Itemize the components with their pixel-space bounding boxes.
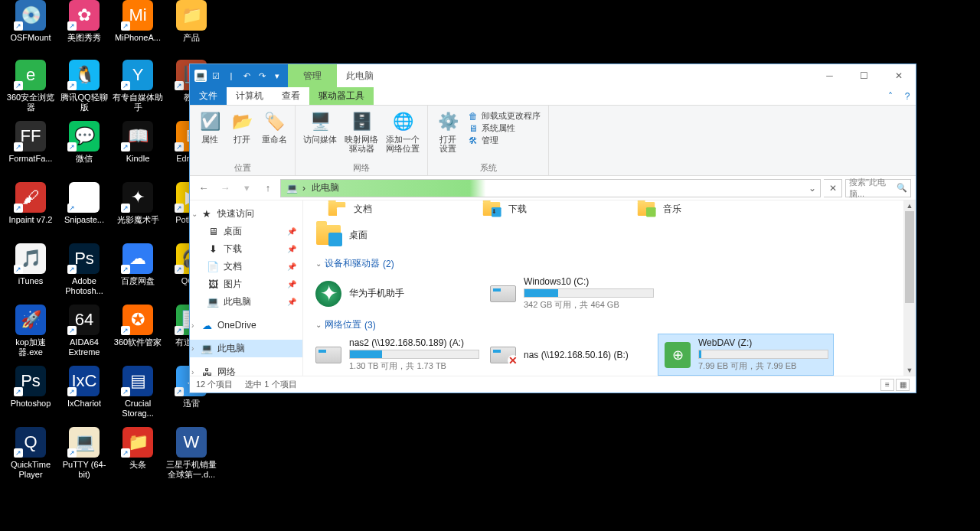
close-button[interactable]: ✕: [881, 64, 916, 87]
nav-back-button[interactable]: ←: [194, 179, 213, 197]
window-title: 此电脑: [337, 64, 812, 87]
minimize-button[interactable]: ─: [812, 64, 847, 87]
refresh-button[interactable]: ✕: [824, 179, 842, 197]
qat-customize-icon[interactable]: ▾: [271, 70, 283, 82]
view-tiles-button[interactable]: ▦: [896, 379, 910, 391]
ribbon-open-button[interactable]: 📂打开: [227, 109, 257, 161]
maximize-button[interactable]: ☐: [847, 64, 881, 87]
desktop-icon[interactable]: Q↗QuickTime Player: [5, 427, 57, 480]
ribbon-add-location-button[interactable]: 🌐添加一个 网络位置: [383, 109, 423, 161]
desktop-icon[interactable]: ☁↗百度网盘: [112, 243, 164, 286]
ribbon-sysprops-button[interactable]: 🖥系统属性: [468, 122, 541, 134]
help-icon[interactable]: ?: [899, 87, 916, 105]
desktop-icon[interactable]: 🖌↗Inpaint v7.2: [5, 182, 57, 225]
drive-sub: 1.30 TB 可用，共 1.73 TB: [349, 360, 479, 372]
desktop-icon[interactable]: 💻↗PuTTY (64-bit): [58, 427, 110, 480]
nav-item[interactable]: 🖥桌面📌: [190, 223, 302, 240]
ribbon-map-drive-button[interactable]: 🗄️映射网络 驱动器: [341, 109, 381, 161]
tab-view[interactable]: 查看: [273, 87, 309, 105]
qat-redo-icon[interactable]: ↷: [256, 70, 268, 82]
system-menu-icon[interactable]: 💻: [194, 70, 207, 82]
scrollbar[interactable]: ▲ ▼: [903, 200, 916, 376]
desktop-icon[interactable]: 📖↗Kindle: [112, 121, 164, 164]
desktop-icon[interactable]: 💬↗微信: [58, 121, 110, 164]
desktop-icon[interactable]: Y↗有专自媒体助手: [112, 60, 164, 112]
drive-tile[interactable]: nas2 (\\192.168.50.189) (A:)1.30 TB 可用，共…: [309, 334, 484, 375]
drive-tile[interactable]: Windows10 (C:)342 GB 可用，共 464 GB: [484, 273, 658, 314]
breadcrumb-thispc[interactable]: 此电脑: [309, 181, 342, 194]
nav-item[interactable]: 📄文档📌: [190, 258, 302, 275]
scroll-up-icon[interactable]: ▲: [903, 200, 916, 211]
nav-recent-dropdown[interactable]: ▾: [237, 179, 256, 197]
nav-up-button[interactable]: ↑: [259, 179, 277, 197]
tab-file[interactable]: 文件: [190, 87, 227, 105]
desktop-icon[interactable]: 🐧↗腾讯QQ轻聊版: [58, 60, 110, 112]
content-pane[interactable]: 文档 ⬇下载 音乐 桌面 ⌄设备和驱动器 (2) ✦华为手机助手Windows1…: [303, 200, 916, 376]
tab-computer[interactable]: 计算机: [227, 87, 273, 105]
ribbon-manage-button[interactable]: 🛠管理: [468, 135, 541, 146]
desktop-icon[interactable]: Mi↗MiPhoneA...: [112, 0, 164, 43]
drive-tile[interactable]: ⊕WebDAV (Z:)7.99 EB 可用，共 7.99 EB: [658, 334, 833, 375]
search-box[interactable]: 搜索"此电脑... 🔍: [845, 179, 911, 197]
desktop-icon-label: 产品: [165, 33, 217, 43]
desktop-icon[interactable]: ▤↗Crucial Storag...: [112, 366, 164, 419]
section-devices[interactable]: ⌄设备和驱动器 (2): [309, 252, 910, 273]
shortcut-arrow-icon: ↗: [121, 387, 130, 396]
nav-this-pc[interactable]: ›💻此电脑: [190, 340, 302, 357]
ribbon-open-settings-button[interactable]: ⚙️打开 设置: [433, 109, 463, 161]
nav-onedrive[interactable]: ›☁OneDrive: [190, 317, 302, 334]
desktop-icon[interactable]: 🚀kop加速器.exe: [5, 305, 57, 357]
desktop-icon-label: IxChariot: [58, 399, 110, 409]
desktop-icon[interactable]: W三星手机销量全球第一.d...: [165, 427, 217, 480]
drive-name: 华为手机助手: [349, 287, 479, 300]
nav-item[interactable]: 🖼图片📌: [190, 275, 302, 293]
folder-desktop[interactable]: 桌面: [309, 217, 484, 252]
desktop-icon[interactable]: 📁产品: [165, 0, 217, 43]
nav-item[interactable]: ⬇下载📌: [190, 240, 302, 258]
ribbon-collapse-icon[interactable]: ˄: [882, 87, 899, 105]
scroll-thumb[interactable]: [905, 211, 914, 303]
desktop-icon[interactable]: 🎵↗iTunes: [5, 243, 57, 286]
qat-undo-icon[interactable]: ↶: [240, 70, 253, 82]
quick-folder-documents[interactable]: 文档: [325, 200, 372, 217]
desktop-icon[interactable]: 📁↗头条: [112, 427, 164, 470]
section-network-locations[interactable]: ⌄网络位置 (3): [309, 314, 910, 334]
quick-folder-downloads[interactable]: ⬇下载: [479, 200, 527, 217]
desktop-icon-label: 360软件管家: [112, 337, 164, 347]
view-details-button[interactable]: ≡: [880, 379, 894, 391]
nav-item[interactable]: 💻此电脑📌: [190, 293, 302, 311]
desktop-icon[interactable]: 64↗AIDA64 Extreme: [58, 305, 110, 357]
ribbon-properties-button[interactable]: ☑️属性: [194, 109, 225, 161]
desktop-icon[interactable]: ✦↗光影魔术手: [112, 182, 164, 225]
qat-properties-icon[interactable]: ☑: [210, 70, 222, 82]
nav-forward-button[interactable]: →: [216, 179, 234, 197]
desktop-icon[interactable]: ✿↗美图秀秀: [58, 0, 110, 43]
quick-folder-music[interactable]: 音乐: [634, 200, 681, 217]
desktop-icon[interactable]: Ps↗Photoshop: [5, 366, 57, 409]
desktop-icon[interactable]: ▦↗Snipaste...: [58, 182, 110, 225]
ribbon-access-media-button[interactable]: 🖥️访问媒体: [300, 109, 340, 161]
desktop-icon[interactable]: FF↗FormatFa...: [5, 121, 57, 164]
drive-tile[interactable]: ✕nas (\\192.168.50.16) (B:): [484, 334, 658, 375]
desktop-icon[interactable]: e↗360安全浏览器: [5, 60, 57, 112]
nav-quick-access[interactable]: ⌄★快速访问: [190, 205, 302, 223]
quick-folders-row: 文档 ⬇下载 音乐: [309, 200, 910, 217]
tab-drive-tools[interactable]: 驱动器工具: [309, 87, 374, 105]
address-path[interactable]: 💻 › 此电脑 ⌄: [280, 179, 821, 197]
desktop-icon[interactable]: IxC↗IxChariot: [58, 366, 110, 409]
desktop-icon[interactable]: Ps↗Adobe Photosh...: [58, 243, 110, 296]
shortcut-arrow-icon: ↗: [121, 81, 130, 90]
shortcut-arrow-icon: ↗: [14, 265, 23, 274]
breadcrumb-root[interactable]: ›: [299, 183, 309, 194]
nav-network[interactable]: ›🖧网络: [190, 363, 302, 376]
ribbon-rename-button[interactable]: 🏷️重命名: [259, 109, 290, 161]
desktop-icon[interactable]: 💿↗OSFMount: [5, 0, 57, 43]
address-dropdown-icon[interactable]: ⌄: [805, 183, 820, 194]
ribbon-uninstall-button[interactable]: 🗑卸载或更改程序: [468, 110, 541, 122]
drive-tile[interactable]: ✦华为手机助手: [309, 273, 484, 314]
scroll-down-icon[interactable]: ▼: [903, 365, 916, 376]
desktop-icon-label: Adobe Photosh...: [58, 276, 110, 296]
shortcut-arrow-icon: ↗: [175, 204, 184, 213]
drive-icon: ✦: [314, 279, 343, 308]
desktop-icon[interactable]: ✪↗360软件管家: [112, 305, 164, 347]
